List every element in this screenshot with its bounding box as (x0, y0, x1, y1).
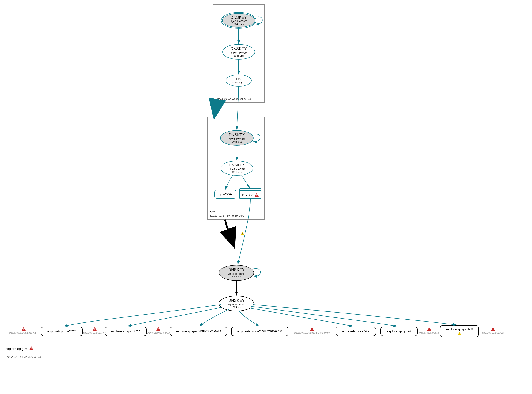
warning-icon (240, 232, 244, 235)
zone-root-label: . (2022-02-17 17:56:01 UTC) (216, 92, 251, 101)
rrset-nsec3param-2-label: exploretsp.gov/NSEC3PARAM (237, 329, 282, 333)
exploretsp-zsk-bits: 1024 bits (232, 306, 241, 309)
exploretsp-zsk-dnskey[interactable]: DNSKEY alg=8, id=33708 1024 bits (219, 296, 254, 311)
rrset-ns[interactable]: exploretsp.gov/NS (440, 325, 479, 337)
exploretsp-ksk-alg: alg=8, id=48064 (228, 272, 245, 275)
rrset-nsec3param-2[interactable]: exploretsp.gov/NSEC3PARAM (231, 327, 288, 336)
warn-txt: exploretsp.gov/TXT (84, 327, 105, 334)
error-icon (93, 327, 97, 331)
rrset-txt[interactable]: exploretsp.gov/TXT (41, 327, 83, 336)
warn-ns-label: exploretsp.gov/NS (482, 331, 504, 334)
error-icon (491, 327, 495, 331)
error-icon (427, 327, 431, 331)
root-zsk-dnskey[interactable]: DNSKEY alg=8, id=9799 2048 bits (222, 44, 255, 60)
rrset-mx[interactable]: exploretsp.gov/MX (336, 327, 376, 336)
gov-nsec3[interactable]: NSEC3 (239, 188, 261, 199)
warn-a: exploretsp.gov/A (420, 327, 439, 334)
error-icon (22, 327, 26, 331)
root-ksk-title: DNSKEY (230, 15, 247, 20)
zone-root-name: . (216, 92, 217, 96)
zone-exploretsp-label: exploretsp.gov (2022-02-17 19:50:09 UTC) (5, 347, 73, 359)
exploretsp-ksk-bits: 2048 bits (232, 275, 241, 278)
gov-ksk-bits: 2048 bits (232, 140, 242, 143)
gov-zsk-title: DNSKEY (229, 163, 245, 168)
warn-soa: exploretsp.gov/SOA (148, 327, 169, 334)
zone-exploretsp-name: exploretsp.gov (5, 347, 27, 351)
root-ds-alg: digest alg=2 (232, 81, 245, 84)
zone-gov-label: gov (2022-02-17 19:46:19 UTC) (210, 209, 246, 218)
exploretsp-ksk-title: DNSKEY (228, 268, 245, 272)
delegation-warning (240, 232, 244, 236)
rrset-soa[interactable]: exploretsp.gov/SOA (105, 327, 147, 336)
gov-nsec3-label: NSEC3 (242, 193, 253, 197)
gov-zsk-alg: alg=8, id=7030 (229, 168, 245, 171)
warn-nsec3param: exploretsp.gov/NSEC3PARAM (292, 327, 332, 334)
root-zsk-bits: 2048 bits (234, 54, 244, 57)
rrset-nsec3param-1-label: exploretsp.gov/NSEC3PARAM (176, 329, 221, 333)
gov-ksk-dnskey[interactable]: DNSKEY alg=8, id=7698 2048 bits (220, 130, 254, 146)
root-ksk-alg: alg=8, id=20326 (230, 20, 247, 23)
rrset-soa-label: exploretsp.gov/SOA (111, 329, 140, 333)
gov-zsk-bits: 1280 bits (232, 171, 242, 173)
warn-txt-label: exploretsp.gov/TXT (83, 331, 106, 334)
warn-ns: exploretsp.gov/NS (483, 327, 503, 334)
error-icon (310, 327, 314, 331)
gov-ksk-alg: alg=8, id=7698 (229, 138, 245, 140)
warn-soa-label: exploretsp.gov/SOA (146, 331, 170, 334)
warning-icon (457, 332, 461, 335)
rrset-a[interactable]: exploretsp.gov/A (380, 327, 418, 336)
rrset-a-label: exploretsp.gov/A (387, 329, 411, 333)
zone-gov-timestamp: (2022-02-17 19:46:19 UTC) (210, 214, 246, 217)
warn-dnskey: exploretsp.gov/DNSKEY (9, 327, 38, 334)
error-icon (29, 346, 33, 350)
exploretsp-ksk-dnskey[interactable]: DNSKEY alg=8, id=48064 2048 bits (219, 265, 254, 281)
gov-soa-label: gov/SOA (219, 192, 232, 196)
root-ksk-dnskey[interactable]: DNSKEY alg=8, id=20326 2048 bits (221, 12, 256, 29)
root-ksk-bits: 2048 bits (234, 23, 244, 26)
warn-a-label: exploretsp.gov/A (419, 331, 439, 334)
gov-ksk-title: DNSKEY (229, 133, 245, 138)
error-icon (255, 193, 259, 197)
warn-dnskey-label: exploretsp.gov/DNSKEY (9, 331, 38, 334)
gov-zsk-dnskey[interactable]: DNSKEY alg=8, id=7030 1280 bits (220, 161, 253, 176)
warn-nsec3param-label: exploretsp.gov/NSEC3PARAM (294, 331, 330, 334)
zone-exploretsp: exploretsp.gov (2022-02-17 19:50:09 UTC) (3, 246, 529, 361)
exploretsp-zsk-title: DNSKEY (228, 298, 245, 303)
rrset-mx-label: exploretsp.gov/MX (342, 329, 369, 333)
root-zsk-title: DNSKEY (230, 47, 247, 52)
zone-gov-name: gov (210, 209, 215, 213)
error-icon (156, 327, 160, 331)
exploretsp-zsk-alg: alg=8, id=33708 (228, 303, 245, 306)
rrset-nsec3param-1[interactable]: exploretsp.gov/NSEC3PARAM (170, 327, 227, 336)
zone-exploretsp-timestamp: (2022-02-17 19:50:09 UTC) (5, 355, 41, 359)
zone-root-timestamp: (2022-02-17 17:56:01 UTC) (216, 97, 251, 100)
rrset-txt-label: exploretsp.gov/TXT (47, 329, 76, 333)
nsec3-inner-line (240, 191, 261, 191)
gov-soa-rrset[interactable]: gov/SOA (214, 190, 236, 199)
rrset-ns-label: exploretsp.gov/NS (446, 327, 473, 331)
root-ds-title: DS (236, 77, 241, 81)
root-zsk-alg: alg=8, id=9799 (231, 52, 247, 54)
root-ds[interactable]: DS digest alg=2 (226, 75, 252, 87)
